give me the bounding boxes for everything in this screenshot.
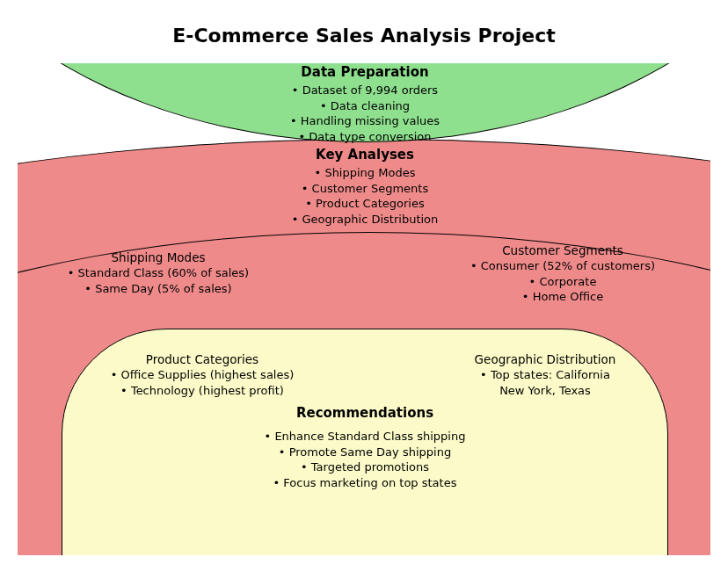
bullet: • Same Day (5% of sales) xyxy=(44,281,273,297)
bullet: • Promote Same Day shipping xyxy=(237,445,492,460)
bullet: • Targeted promotions xyxy=(237,459,492,475)
bullet: • Focus marketing on top states xyxy=(237,475,492,491)
block-recommendations: Recommendations • Enhance Standard Class… xyxy=(237,404,492,490)
bullet: • Data type conversion xyxy=(237,129,492,145)
heading-data-preparation: Data Preparation xyxy=(237,63,492,81)
diagram-stage: Data Preparation • Dataset of 9,994 orde… xyxy=(18,63,710,555)
bullet: • Geographic Distribution xyxy=(237,212,492,228)
bullet: New York, Texas xyxy=(431,383,659,399)
bullet: • Product Categories xyxy=(237,196,492,212)
bullet: • Customer Segments xyxy=(237,181,492,197)
block-key-analyses: Key Analyses • Shipping Modes • Customer… xyxy=(237,146,492,227)
bullet: • Corporate xyxy=(440,274,686,290)
bullet: • Technology (highest profit) xyxy=(88,383,317,399)
bullet: • Dataset of 9,994 orders xyxy=(237,83,492,98)
bullet: • Consumer (52% of customers) xyxy=(440,258,686,274)
bullet: • Data cleaning xyxy=(237,98,492,114)
heading-product-categories: Product Categories xyxy=(88,351,317,367)
heading-recommendations: Recommendations xyxy=(237,404,492,422)
heading-shipping-modes: Shipping Modes xyxy=(44,249,273,265)
bullet: • Handling missing values xyxy=(237,113,492,129)
bullet: • Enhance Standard Class shipping xyxy=(237,429,492,445)
bullet: • Standard Class (60% of sales) xyxy=(44,265,273,281)
block-data-preparation: Data Preparation • Dataset of 9,994 orde… xyxy=(237,63,492,144)
bullet: • Home Office xyxy=(440,289,686,305)
bullet: • Office Supplies (highest sales) xyxy=(88,367,317,383)
bullet: • Top states: California xyxy=(431,367,659,383)
heading-customer-segments: Customer Segments xyxy=(440,242,686,258)
block-customer-segments: Customer Segments • Consumer (52% of cus… xyxy=(440,242,686,305)
block-product-categories: Product Categories • Office Supplies (hi… xyxy=(88,351,317,398)
block-shipping-modes: Shipping Modes • Standard Class (60% of … xyxy=(44,249,273,296)
block-geographic-distribution: Geographic Distribution • Top states: Ca… xyxy=(431,351,659,398)
heading-key-analyses: Key Analyses xyxy=(237,146,492,163)
heading-geographic-distribution: Geographic Distribution xyxy=(431,351,659,367)
diagram-title: E-Commerce Sales Analysis Project xyxy=(0,25,728,47)
bullet: • Shipping Modes xyxy=(237,165,492,181)
